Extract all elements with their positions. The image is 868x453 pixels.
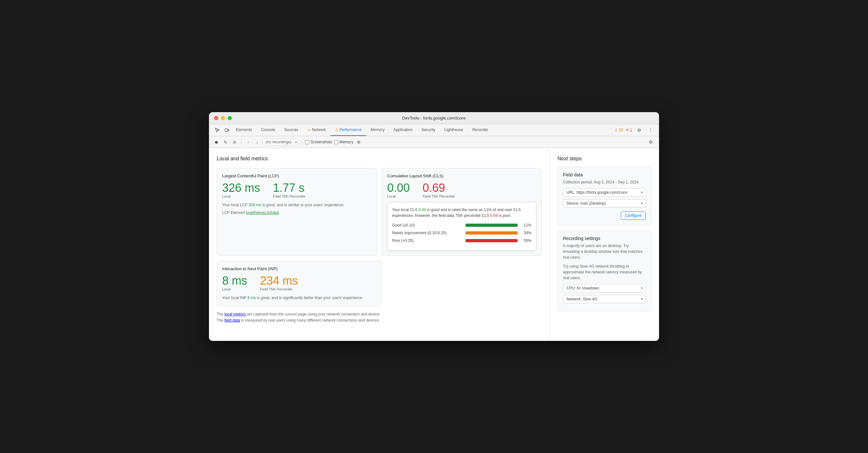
cls-bar-red-visual (465, 239, 518, 242)
warning-badge[interactable]: ⚠ 20 (614, 128, 623, 132)
url-select-wrapper: URL: https://fonts.google.com/icons (563, 188, 646, 197)
tab-application[interactable]: Application (389, 124, 417, 136)
recording-settings-card: Recording settings A majority of users a… (557, 230, 651, 311)
sub-toolbar: ⏺ ↻ ⊘ ↑ ↓ (no recordings) ▾ Screenshots … (209, 136, 659, 148)
error-badge[interactable]: ✕ 1 (626, 128, 632, 132)
title-bar: DevTools - fonts.google.com/icons (209, 112, 659, 124)
tab-memory[interactable]: Memory (366, 124, 389, 136)
screenshots-checkbox[interactable] (305, 140, 309, 144)
url-select[interactable]: URL: https://fonts.google.com/icons (563, 188, 646, 197)
refresh-record-button[interactable]: ↻ (222, 138, 229, 145)
lcp-highlight-link[interactable]: 326 ms (248, 203, 261, 207)
cpu-select-wrapper: CPU: 6× slowdown (563, 284, 646, 292)
recordings-select[interactable]: (no recordings) (262, 139, 298, 145)
url-select-container: URL: https://fonts.google.com/icons (563, 188, 646, 197)
device-toggle-icon[interactable] (222, 126, 231, 135)
svg-rect-1 (228, 129, 229, 131)
toolbar-divider-2 (302, 139, 302, 144)
cls-local-label: Local (388, 194, 410, 198)
device-select[interactable]: Device: Auto (Desktop) (563, 199, 646, 207)
lcp-field-value: 1.77 s (273, 182, 305, 194)
settings-toolbar-icon[interactable]: ⚙ (355, 138, 362, 145)
field-data-title: Field data (563, 172, 646, 177)
lcp-element-row: LCP Element img#hplogo.lnXdpd (222, 211, 371, 215)
cls-metric-values: 0.00 Local 0.69 Field 75th Percentile (388, 182, 536, 198)
screenshots-label: Screenshots (311, 140, 332, 144)
footer-line2: The field data is measured by real users… (217, 317, 542, 324)
field-data-link[interactable]: field data (224, 318, 240, 323)
screenshots-checkbox-group[interactable]: Screenshots (305, 140, 332, 144)
empty-card-slot (388, 261, 542, 306)
memory-checkbox[interactable] (334, 140, 338, 144)
recording-desc2: Try using Slow 4G network throttling to … (563, 263, 646, 281)
lcp-card: Largest Contentful Paint (LCP) 326 ms Lo… (217, 168, 377, 256)
tab-network[interactable]: ⚠ Network (303, 124, 331, 136)
tab-recorder[interactable]: Recorder (468, 124, 493, 136)
upload-button[interactable]: ↑ (245, 138, 252, 145)
record-button[interactable]: ⏺ (213, 138, 220, 145)
right-section-title: Next steps (557, 156, 651, 162)
sub-toolbar-right: ⚙ (646, 137, 655, 147)
lcp-desc: Your local LCP 326 ms is good, and is si… (222, 202, 371, 208)
memory-label: Memory (340, 140, 353, 144)
tab-lighthouse[interactable]: Lighthouse (440, 124, 468, 136)
nav-toolbar: Elements Console Sources ⚠ Network ⚠ Per… (209, 124, 659, 136)
maximize-button[interactable] (227, 116, 232, 120)
window-title: DevTools - fonts.google.com/icons (402, 116, 466, 121)
toolbar-left-icons (213, 126, 231, 135)
cls-field-value: 0.69 (423, 182, 455, 194)
cls-local-value: 0.00 (388, 182, 410, 194)
tab-performance[interactable]: ⚠ Performance (331, 124, 366, 136)
tab-elements[interactable]: Elements (231, 124, 256, 136)
network-throttle-select-container: Network: Slow 4G (563, 295, 646, 303)
cpu-select[interactable]: CPU: 6× slowdown (563, 284, 646, 292)
network-throttle-select[interactable]: Network: Slow 4G (563, 295, 646, 303)
cls-bar-green-visual (465, 224, 518, 227)
configure-button[interactable]: Configure (621, 212, 646, 220)
cls-popup-red: 0.69 (490, 213, 498, 218)
download-button[interactable]: ↓ (254, 138, 261, 145)
lcp-local-block: 326 ms Local (222, 182, 260, 198)
tab-console[interactable]: Console (256, 124, 280, 136)
cpu-select-container: CPU: 6× slowdown (563, 284, 646, 292)
settings-icon[interactable]: ⚙ (634, 126, 644, 135)
lcp-field-label: Field 75th Percentile (273, 194, 305, 198)
main-right-panel: Next steps Field data Collection period:… (550, 148, 659, 341)
close-button[interactable] (214, 116, 218, 120)
inp-desc: Your local INP 8 ms is good, and is sign… (222, 295, 377, 301)
error-count: 1 (630, 128, 632, 132)
lcp-metric-values: 326 ms Local 1.77 s Field 75th Percentil… (222, 182, 371, 198)
footer-note: The local metrics are captured from the … (217, 311, 542, 324)
local-metrics-link[interactable]: local metrics (224, 312, 246, 317)
tab-security[interactable]: Security (417, 124, 440, 136)
lcp-local-label: Local (222, 194, 260, 198)
memory-checkbox-group[interactable]: Memory (334, 140, 353, 144)
tab-sources[interactable]: Sources (280, 124, 303, 136)
inp-field-value: 234 ms (260, 275, 298, 287)
devtools-window: DevTools - fonts.google.com/icons Elemen… (209, 112, 659, 341)
gear-right-icon[interactable]: ⚙ (646, 137, 655, 147)
recording-settings-title: Recording settings (563, 236, 646, 241)
warn-icon: ⚠ (614, 128, 618, 132)
inp-local-label: Local (222, 287, 247, 291)
inp-field-label: Field 75th Percentile (260, 287, 298, 291)
inp-highlight-link[interactable]: 8 ms (248, 296, 256, 300)
minimize-button[interactable] (221, 116, 225, 120)
more-options-icon[interactable]: ⋮ (646, 126, 655, 135)
inspect-icon[interactable] (213, 126, 222, 135)
clear-button[interactable]: ⊘ (231, 138, 238, 145)
field-data-card: Field data Collection period: Aug 5, 202… (557, 167, 651, 225)
lcp-element-link[interactable]: img#hplogo.lnXdpd (246, 211, 279, 215)
device-select-container: Device: Auto (Desktop) (563, 199, 646, 207)
inp-local-value: 8 ms (222, 275, 247, 287)
inp-field-block: 234 ms Field 75th Percentile (260, 275, 298, 291)
top-metric-row: Largest Contentful Paint (LCP) 326 ms Lo… (217, 168, 542, 256)
lcp-local-value: 326 ms (222, 182, 260, 194)
cls-field-label: Field 75th Percentile (423, 194, 455, 198)
cls-field-block: 0.69 Field 75th Percentile (423, 182, 455, 198)
recordings-select-wrapper: (no recordings) ▾ (262, 139, 298, 145)
traffic-lights (214, 116, 232, 120)
configure-row: Configure (563, 210, 646, 220)
collection-period: Collection period: Aug 5, 2024 - Sep 1, … (563, 179, 646, 185)
cls-bar-orange-visual (465, 231, 518, 234)
